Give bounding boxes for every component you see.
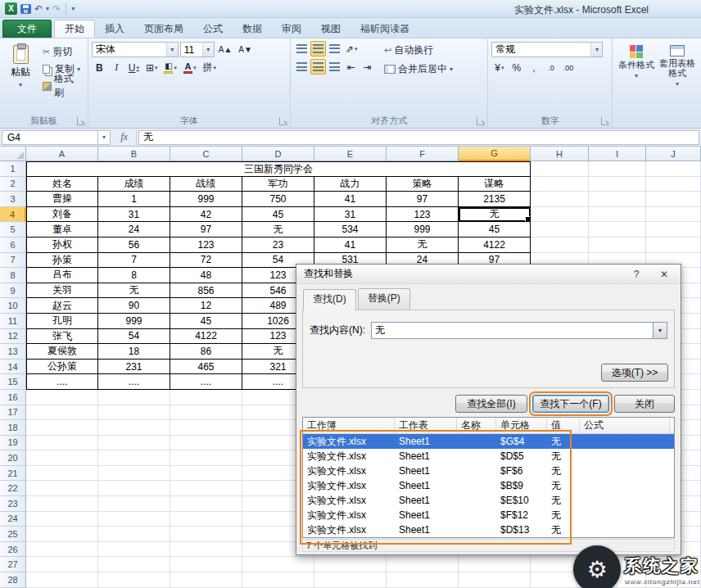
col-header-H[interactable]: H: [531, 147, 589, 161]
comma-style-button[interactable]: ,: [526, 60, 541, 75]
cell-A24[interactable]: [26, 512, 98, 527]
row-header-4[interactable]: 4: [0, 207, 26, 223]
ribbon-tab-视图[interactable]: 视图: [311, 20, 350, 38]
cell-A3[interactable]: 曹操: [26, 192, 98, 207]
row-header-2[interactable]: 2: [0, 177, 26, 192]
underline-button[interactable]: U ▾: [126, 60, 142, 75]
font-size-combo[interactable]: 11 ▾: [180, 42, 215, 57]
cell-F4[interactable]: 123: [387, 207, 459, 223]
cell-B17[interactable]: [98, 405, 170, 421]
cell-B5[interactable]: 24: [98, 222, 170, 237]
cell-A22[interactable]: [26, 481, 98, 496]
cell-B2[interactable]: 成绩: [98, 177, 170, 192]
bold-button[interactable]: B: [92, 60, 107, 75]
cell-G5[interactable]: 45: [459, 222, 531, 237]
cell-C13[interactable]: 86: [170, 344, 242, 360]
cell-A20[interactable]: [26, 450, 98, 466]
merge-center-button[interactable]: 合并后居中 ▾: [382, 61, 455, 77]
cell-A15[interactable]: ....: [26, 374, 98, 390]
cell-C7[interactable]: 72: [170, 253, 242, 269]
font-name-dropdown-icon[interactable]: ▾: [166, 43, 178, 57]
fill-color-button[interactable]: ◧ ▾: [161, 60, 179, 75]
row-header-20[interactable]: 20: [0, 450, 26, 466]
cell-A12[interactable]: 张飞: [26, 329, 98, 345]
cell-F5[interactable]: 999: [387, 222, 459, 237]
cell-J1[interactable]: [646, 161, 701, 177]
borders-dropdown-icon[interactable]: ▾: [155, 65, 158, 71]
col-header-A[interactable]: A: [26, 147, 98, 161]
excel-app-icon[interactable]: X: [5, 2, 17, 15]
file-tab[interactable]: 文件: [2, 20, 52, 38]
undo-icon[interactable]: ↶: [34, 4, 43, 14]
cell-A18[interactable]: [26, 420, 98, 436]
conditional-format-dropdown-icon[interactable]: ▾: [635, 71, 638, 81]
decrease-decimal-button[interactable]: .00: [560, 60, 576, 75]
customize-qat-icon[interactable]: ▾: [71, 5, 75, 12]
cell-A25[interactable]: [26, 527, 98, 542]
find-what-combo[interactable]: 无 ▾: [371, 322, 667, 339]
orientation-dropdown-icon[interactable]: ▾: [355, 46, 358, 52]
row-header-18[interactable]: 18: [0, 420, 26, 436]
name-box-dropdown-icon[interactable]: ▾: [98, 130, 111, 145]
row-header-1[interactable]: 1: [0, 161, 26, 177]
cell-B27[interactable]: [98, 557, 170, 572]
cell-E6[interactable]: 41: [314, 237, 387, 253]
row-header-9[interactable]: 9: [0, 283, 26, 299]
row-header-7[interactable]: 7: [0, 253, 26, 269]
cell-E2[interactable]: 战力: [314, 177, 387, 192]
paste-dropdown-icon[interactable]: ▾: [19, 81, 22, 88]
merge-dropdown-icon[interactable]: ▾: [450, 66, 453, 73]
cell-E4[interactable]: 31: [314, 207, 387, 223]
borders-button[interactable]: ⊞ ▾: [143, 60, 161, 75]
cell-I1[interactable]: [589, 161, 646, 177]
merged-title-cell[interactable]: 三国新秀同学会: [26, 161, 531, 177]
cell-B7[interactable]: 7: [98, 253, 170, 269]
cell-C19[interactable]: [170, 436, 242, 451]
col-header-J[interactable]: J: [646, 147, 701, 161]
col-header-B[interactable]: B: [98, 147, 170, 161]
cell-C2[interactable]: 战绩: [170, 177, 242, 192]
row-header-21[interactable]: 21: [0, 466, 26, 482]
dialog-title-bar[interactable]: 查找和替换 ? ✕: [296, 265, 681, 284]
cell-E28[interactable]: [314, 572, 387, 588]
cell-D4[interactable]: 45: [242, 207, 314, 223]
cell-D6[interactable]: 23: [242, 237, 314, 253]
phonetic-guide-button[interactable]: 拼 ▾: [201, 60, 219, 75]
result-row-$D$13[interactable]: 实验文件.xlsxSheet1$D$13无: [303, 522, 674, 537]
result-row-$G$4[interactable]: 实验文件.xlsxSheet1$G$4无: [303, 434, 674, 449]
row-header-28[interactable]: 28: [0, 572, 26, 588]
row-header-14[interactable]: 14: [0, 360, 26, 375]
row-header-22[interactable]: 22: [0, 481, 26, 496]
cell-C12[interactable]: 4122: [170, 329, 242, 345]
font-dialog-launcher[interactable]: [279, 117, 287, 125]
row-header-23[interactable]: 23: [0, 496, 26, 512]
cell-C22[interactable]: [170, 481, 242, 496]
cell-C11[interactable]: 45: [170, 314, 242, 329]
grow-font-button[interactable]: A▲: [216, 42, 235, 57]
cell-C24[interactable]: [170, 512, 242, 527]
row-header-25[interactable]: 25: [0, 527, 26, 542]
cell-D5[interactable]: 无: [242, 222, 314, 237]
align-top-button[interactable]: [294, 41, 310, 57]
result-row-$E$10[interactable]: 实验文件.xlsxSheet1$E$10无: [303, 493, 674, 508]
cell-B14[interactable]: 231: [98, 360, 170, 375]
cell-A11[interactable]: 孔明: [26, 314, 98, 329]
cell-C18[interactable]: [170, 420, 242, 436]
cell-B13[interactable]: 18: [98, 344, 170, 360]
cell-H5[interactable]: [531, 222, 589, 237]
result-row-$F$6[interactable]: 实验文件.xlsxSheet1$F$6无: [303, 464, 674, 478]
cell-C27[interactable]: [170, 557, 242, 572]
cell-F6[interactable]: 无: [387, 237, 459, 253]
cell-E3[interactable]: 41: [314, 192, 387, 207]
cell-B11[interactable]: 999: [98, 314, 170, 329]
cell-F28[interactable]: [387, 572, 459, 588]
cell-C23[interactable]: [170, 496, 242, 512]
col-header-E[interactable]: E: [314, 147, 387, 161]
decrease-indent-button[interactable]: ⇤: [343, 59, 359, 75]
cell-C16[interactable]: [170, 390, 242, 405]
cell-A21[interactable]: [26, 466, 98, 482]
cell-J5[interactable]: [646, 222, 701, 237]
cell-B8[interactable]: 8: [98, 268, 170, 283]
name-box[interactable]: G4: [2, 130, 98, 145]
cell-J2[interactable]: [646, 177, 701, 192]
